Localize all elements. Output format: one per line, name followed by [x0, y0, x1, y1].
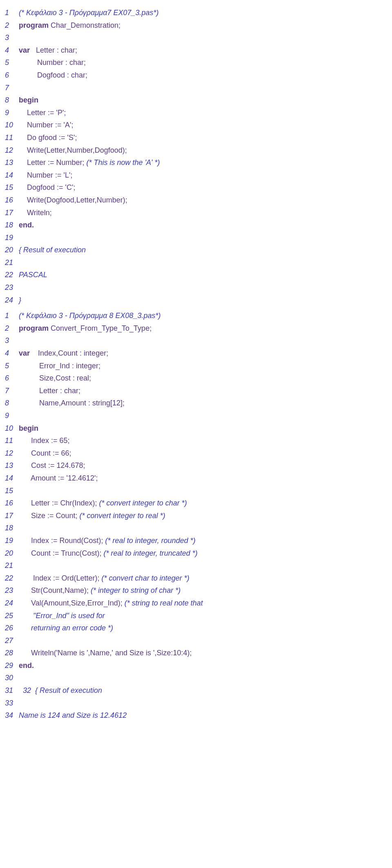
code-line: 5 Number : char; [5, 56, 387, 69]
line-content: Dogfood : char; [19, 69, 87, 82]
code-text: Convert_From_Type_To_Type; [49, 324, 151, 332]
code-text: Amount := '12.4612'; [19, 474, 98, 482]
line-content: Letter := Number; (* This is now the 'A'… [19, 156, 160, 169]
code-text: Number := 'L'; [19, 171, 72, 179]
code-text: Count := 66; [19, 449, 71, 457]
code-line: 8 Name,Amount : string[12]; [5, 397, 387, 410]
line-content: Size,Cost : real; [19, 372, 91, 385]
line-number: 29 [5, 659, 19, 672]
line-number: 20 [5, 547, 19, 560]
line-number: 4 [5, 347, 19, 360]
code-line: 22PASCAL [5, 269, 387, 281]
code-line: 14 Amount := '12.4612'; [5, 472, 387, 485]
line-number: 6 [5, 69, 19, 82]
line-number: 25 [5, 610, 19, 622]
code-line: 17 Size := Count; (* convert integer to … [5, 510, 387, 522]
keyword-text: begin [19, 424, 38, 432]
code-line: 29end. [5, 659, 387, 672]
code-text: Name,Amount : string[12]; [19, 399, 125, 407]
code-line: 7 Letter : char; [5, 385, 387, 397]
line-number: 19 [5, 534, 19, 547]
code-line: 15 Dogfood := 'C'; [5, 181, 387, 194]
code-line: 22 Index := Ord(Letter); (* convert char… [5, 572, 387, 585]
code-line: 11 Do gfood := 'S'; [5, 131, 387, 144]
comment-text: "Error_Ind" is used for [19, 612, 105, 620]
code-line: 33 [5, 697, 387, 710]
keyword-text: var [19, 349, 30, 357]
line-number: 16 [5, 194, 19, 207]
line-content: Size := Count; (* convert integer to rea… [19, 510, 165, 522]
code-line: 1(* Κεφάλαιο 3 - Πρόγραμμα 8 EX08_3.pas*… [5, 309, 387, 322]
line-content: Str(Count,Name); (* integer to string of… [19, 584, 180, 597]
line-number: 9 [5, 410, 19, 422]
code-block-2: 1(* Κεφάλαιο 3 - Πρόγραμμα 8 EX08_3.pas*… [5, 309, 387, 722]
code-line: 20 Count := Trunc(Cost); (* real to inte… [5, 547, 387, 560]
line-content: PASCAL [19, 269, 47, 281]
keyword-text: begin [19, 96, 38, 104]
line-number: 7 [5, 385, 19, 397]
line-number: 14 [5, 169, 19, 182]
comment-text: (* This is now the 'A' *) [87, 158, 160, 167]
line-number: 2 [5, 19, 19, 32]
line-content: Number : char; [19, 56, 86, 69]
code-line: 14 Number := 'L'; [5, 169, 387, 182]
line-content: Letter : char; [19, 385, 80, 397]
line-content: Do gfood := 'S'; [19, 131, 77, 144]
line-number: 12 [5, 447, 19, 460]
code-line: 2program Char_Demonstration; [5, 19, 387, 32]
line-number: 9 [5, 107, 19, 119]
code-text: Do gfood := 'S'; [19, 134, 77, 142]
comment-text: (* string to real note that [125, 599, 203, 607]
line-number: 10 [5, 422, 19, 435]
line-number: 8 [5, 94, 19, 107]
line-number: 34 [5, 709, 19, 722]
line-number: 11 [5, 131, 19, 144]
code-line: 7 [5, 82, 387, 94]
line-number: 7 [5, 82, 19, 94]
code-text: Letter := Chr(Index); [19, 499, 99, 507]
keyword-text: var [19, 46, 30, 54]
code-line: 10 Number := 'A'; [5, 119, 387, 131]
code-text: Letter : char; [19, 387, 80, 395]
comment-text: (* Κεφάλαιο 3 - Πρόγραμμα 8 EX08_3.pas*) [19, 312, 161, 320]
line-content: returning an error code *) [19, 622, 113, 634]
line-content: Index := Round(Cost); (* real to integer… [19, 534, 196, 547]
line-number: 27 [5, 634, 19, 647]
code-text: Index := 65; [19, 436, 70, 445]
code-text: Error_Ind : integer; [19, 362, 100, 370]
code-text: Index := Round(Cost); [19, 536, 105, 545]
line-number: 21 [5, 559, 19, 572]
line-content: Index := 65; [19, 434, 70, 447]
code-line: 21 [5, 559, 387, 572]
line-content: Count := Trunc(Cost); (* real to integer… [19, 547, 198, 560]
line-number: 5 [5, 360, 19, 372]
code-line: 17 Writeln; [5, 207, 387, 219]
code-text: Size,Cost : real; [19, 374, 91, 382]
line-content: Letter := 'P'; [19, 107, 66, 119]
line-content: end. [19, 659, 34, 672]
line-content: var Index,Count : integer; [19, 347, 108, 360]
line-number: 4 [5, 44, 19, 57]
line-number: 23 [5, 281, 19, 294]
line-content: Error_Ind : integer; [19, 360, 100, 372]
code-line: 10begin [5, 422, 387, 435]
line-content: Writeln; [19, 207, 52, 219]
line-number: 3 [5, 31, 19, 44]
line-number: 13 [5, 459, 19, 472]
code-line: 3 [5, 31, 387, 44]
code-line: 13 Letter := Number; (* This is now the … [5, 156, 387, 169]
line-number: 8 [5, 397, 19, 410]
code-line: 12 Count := 66; [5, 447, 387, 460]
comment-text: (* real to integer, truncated *) [104, 549, 198, 557]
code-line: 16 Letter := Chr(Index); (* convert inte… [5, 497, 387, 510]
code-line: 25 "Error_Ind" is used for [5, 610, 387, 622]
code-line: 19 Index := Round(Cost); (* real to inte… [5, 534, 387, 547]
code-line: 18end. [5, 219, 387, 231]
line-number: 1 [5, 309, 19, 322]
code-text: Letter := 'P'; [19, 109, 66, 117]
code-line: 9 [5, 410, 387, 422]
code-line: 16 Write(Dogfood,Letter,Number); [5, 194, 387, 207]
code-text: Write(Letter,Number,Dogfood); [19, 146, 127, 154]
line-number: 15 [5, 485, 19, 497]
line-number: 26 [5, 622, 19, 634]
